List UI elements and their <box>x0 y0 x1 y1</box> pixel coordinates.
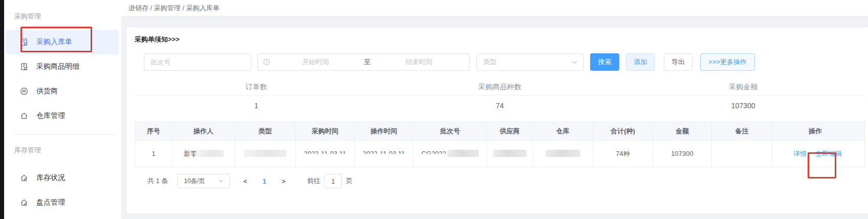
pagination-bar: 共 1 条 10条/页 < 1 > 前往 页 <box>147 174 865 188</box>
cell-warehouse <box>533 141 593 167</box>
sidebar-section-purchase: 采购管理 <box>4 7 121 26</box>
page-size-value: 10条/页 <box>184 177 205 186</box>
table-header-row: 序号 操作人 类型 采购时间 操作时间 批次号 供应商 仓库 合计(种) 金额 … <box>135 122 865 141</box>
redacted-blur <box>447 150 479 157</box>
summary-panel: 订单数 采购商品种数 采购金额 1 74 107300 <box>135 78 865 116</box>
type-select[interactable]: 类型 <box>476 53 584 71</box>
table-row: 1 新零 2022-11-03 11 2022-11-03 11 <box>135 141 865 167</box>
cell-type <box>235 141 296 167</box>
cell-operate-time: 2022-11-03 11 <box>355 141 414 167</box>
prev-page-arrow[interactable]: < <box>243 177 247 185</box>
breadcrumb-path: 进销存 / 采购管理 / 采购入库单 <box>128 4 220 13</box>
start-time-placeholder[interactable]: 开始时间 <box>270 57 361 67</box>
filter-toolbar: 开始时间 至 结束时间 类型 搜索 添加 导出 >>>更多操作 <box>135 53 865 71</box>
page-unit-label: 页 <box>346 176 353 186</box>
redacted-blur <box>197 150 224 157</box>
sidebar-section-inventory: 库存管理 <box>4 141 121 160</box>
sidebar-divider <box>15 134 117 135</box>
redacted-blur <box>244 150 287 157</box>
breadcrumb: 进销存 / 采购管理 / 采购入库单 <box>121 0 868 16</box>
content-card: 采购单须知>>> 开始时间 至 结束时间 类型 <box>127 27 868 213</box>
operate-time-visible-text: 2022-11-03 11 <box>363 150 405 157</box>
sidebar-item-label: 库存状况 <box>36 173 65 183</box>
redacted-blur <box>493 150 527 157</box>
cell-supplier <box>487 141 533 167</box>
col-warehouse: 仓库 <box>533 122 593 141</box>
col-total: 合计(种) <box>593 122 653 141</box>
sidebar-item-label: 仓库管理 <box>36 111 65 121</box>
clock-icon <box>263 58 270 66</box>
col-operate-time: 操作时间 <box>355 122 414 141</box>
chevron-down-icon <box>572 61 577 64</box>
sidebar-item-label: 盘点管理 <box>36 198 65 207</box>
col-index: 序号 <box>135 122 172 141</box>
sidebar-item-warehouse-mgmt[interactable]: 仓库管理 <box>6 104 119 128</box>
sidebar-item-purchase-detail[interactable]: 采购商品明细 <box>6 54 119 79</box>
sidebar-item-supplier[interactable]: 供货商 <box>6 79 119 104</box>
col-actions: 操作 <box>772 122 865 141</box>
cell-batch-no: CG2022 <box>414 141 487 167</box>
cell-remark <box>712 141 772 167</box>
page-size-select[interactable]: 10条/页 <box>177 174 230 188</box>
sidebar-item-label: 供货商 <box>36 87 58 96</box>
cell-total: 74种 <box>593 141 653 167</box>
summary-value-sku-count: 74 <box>378 95 622 116</box>
card-top-divider <box>135 27 865 28</box>
main-area: 进销存 / 采购管理 / 采购入库单 采购单须知>>> 开始时间 至 结束时间 … <box>121 0 868 219</box>
pagination-total: 共 1 条 <box>147 176 168 186</box>
summary-label-amount: 采购金额 <box>621 78 865 95</box>
orders-table: 序号 操作人 类型 采购时间 操作时间 批次号 供应商 仓库 合计(种) 金额 … <box>135 122 865 167</box>
batch-visible-text: CG2022 <box>421 150 446 157</box>
sidebar-item-inventory-status[interactable]: 库存状况 <box>6 166 119 190</box>
export-button[interactable]: 导出 <box>664 53 692 71</box>
cell-purchase-time: 2022-11-03 11 <box>296 141 355 167</box>
range-separator: 至 <box>361 57 374 67</box>
house-box-icon <box>20 174 28 182</box>
goto-page-input[interactable] <box>324 174 342 188</box>
cell-amount: 107300 <box>653 141 712 167</box>
redacted-blur <box>546 150 580 157</box>
search-button[interactable]: 搜索 <box>590 53 619 71</box>
edit-link[interactable]: 立即编辑 <box>815 149 842 158</box>
detail-link[interactable]: 详情 <box>793 149 807 158</box>
purchase-notice-link[interactable]: 采购单须知>>> <box>135 35 865 44</box>
operator-visible-text: 新零 <box>184 150 197 157</box>
current-page[interactable]: 1 <box>263 177 266 185</box>
col-amount: 金额 <box>653 122 712 141</box>
cell-operator: 新零 <box>172 141 235 167</box>
more-actions-button[interactable]: >>>更多操作 <box>700 53 755 71</box>
summary-value-amount: 107300 <box>621 95 865 116</box>
col-type: 类型 <box>235 122 296 141</box>
date-range-picker[interactable]: 开始时间 至 结束时间 <box>257 53 470 71</box>
purchase-time-visible-text: 2022-11-03 11 <box>304 150 346 157</box>
cell-index: 1 <box>135 141 172 167</box>
col-batch-no: 批次号 <box>414 122 487 141</box>
summary-label-orders: 订单数 <box>135 78 378 95</box>
sidebar-item-purchase-inbound[interactable]: 采购入库单 <box>6 30 119 54</box>
chevron-down-icon <box>219 180 223 183</box>
col-purchase-time: 采购时间 <box>296 122 355 141</box>
end-time-placeholder[interactable]: 结束时间 <box>374 57 464 67</box>
document-box-icon <box>20 63 28 71</box>
summary-value-orders: 1 <box>135 95 378 116</box>
cell-actions: 详情 立即编辑 <box>772 141 865 167</box>
supplier-circle-icon <box>20 87 28 95</box>
sidebar-item-label: 采购商品明细 <box>36 62 79 71</box>
col-operator: 操作人 <box>172 122 235 141</box>
goto-label: 前往 <box>307 176 320 186</box>
next-page-arrow[interactable]: > <box>281 177 286 185</box>
col-remark: 备注 <box>712 122 772 141</box>
sidebar: 采购管理 采购入库单 采购商品明细 供货商 仓库管理 库存 <box>4 0 121 219</box>
batch-number-input[interactable] <box>144 53 251 71</box>
house-icon <box>20 112 28 120</box>
add-button[interactable]: 添加 <box>626 53 655 71</box>
document-box-icon <box>20 38 28 46</box>
app-window: 采购管理 采购入库单 采购商品明细 供货商 仓库管理 库存 <box>0 0 868 219</box>
collapsed-dark-menu-edge <box>0 0 4 219</box>
type-select-placeholder: 类型 <box>483 57 496 67</box>
col-supplier: 供应商 <box>487 122 533 141</box>
summary-label-sku-count: 采购商品种数 <box>378 78 622 95</box>
sidebar-item-label: 采购入库单 <box>36 37 72 47</box>
sidebar-item-stocktaking[interactable]: 盘点管理 <box>6 190 119 215</box>
house-box-icon <box>20 198 28 207</box>
